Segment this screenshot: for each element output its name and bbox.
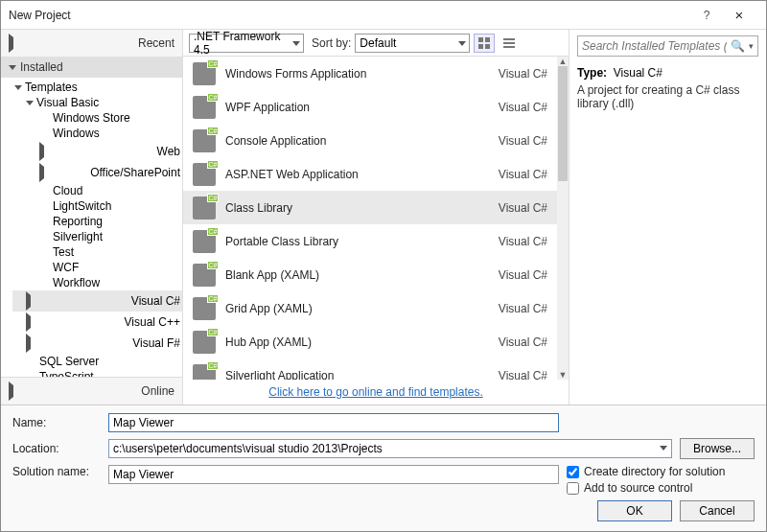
sortby-dropdown[interactable]: Default: [355, 34, 470, 53]
help-button[interactable]: ?: [693, 9, 720, 22]
template-item[interactable]: C#Silverlight ApplicationVisual C#: [183, 359, 557, 380]
template-name: Console Application: [225, 134, 489, 148]
template-name: WPF Application: [225, 101, 489, 114]
tree-vb-child[interactable]: Web: [12, 141, 182, 162]
tree-vb-child[interactable]: Reporting: [12, 214, 182, 229]
nav-installed-label: Installed: [20, 60, 63, 74]
cancel-button[interactable]: Cancel: [680, 500, 755, 521]
search-box[interactable]: 🔍 ▾: [577, 35, 758, 57]
title-bar: New Project ? ×: [1, 1, 766, 30]
tree-sql-server[interactable]: SQL Server: [12, 354, 182, 369]
tree-vb-child[interactable]: LightSwitch: [12, 198, 182, 214]
tree-vb-child[interactable]: Silverlight: [12, 229, 182, 244]
location-row: Location: Browse...: [12, 438, 755, 459]
location-input[interactable]: [108, 439, 672, 458]
tree-vb-child[interactable]: Test: [12, 244, 182, 260]
scroll-up-icon[interactable]: ▲: [557, 57, 569, 66]
csharp-badge-icon: C#: [207, 127, 219, 135]
window-title: New Project: [9, 9, 693, 22]
template-item[interactable]: C#Hub App (XAML)Visual C#: [183, 325, 557, 359]
tree-vb-child[interactable]: Cloud: [12, 183, 182, 198]
solution-row: Solution name: Create directory for solu…: [12, 465, 755, 495]
list-lines-icon: [502, 36, 516, 50]
create-dir-checkbox-label[interactable]: Create directory for solution: [567, 465, 725, 478]
go-online-link-row: Click here to go online and find templat…: [183, 380, 569, 405]
main-area: Recent Installed Templates Visual Basic …: [1, 30, 766, 405]
search-input[interactable]: [578, 39, 731, 53]
template-language: Visual C#: [499, 201, 547, 215]
tree-vb-child[interactable]: Workflow: [12, 275, 182, 290]
template-item[interactable]: C#WPF ApplicationVisual C#: [183, 90, 557, 124]
nav-installed[interactable]: Installed: [1, 57, 182, 78]
tree-vb-child[interactable]: Windows: [12, 126, 182, 141]
scroll-down-icon[interactable]: ▼: [557, 370, 569, 380]
template-icon: C#: [193, 62, 216, 85]
type-row: Type: Visual C#: [577, 66, 758, 80]
template-item[interactable]: C#Blank App (XAML)Visual C#: [183, 258, 557, 291]
scroll-thumb[interactable]: [558, 66, 568, 181]
chevron-right-icon: [39, 142, 154, 161]
template-icon: C#: [193, 264, 216, 287]
csharp-badge-icon: C#: [207, 328, 219, 336]
csharp-badge-icon: C#: [207, 294, 219, 303]
template-language: Visual C#: [499, 235, 547, 248]
go-online-link[interactable]: Click here to go online and find templat…: [268, 385, 482, 399]
ok-button[interactable]: OK: [597, 500, 672, 521]
tree-visual-fsharp[interactable]: Visual F#: [12, 333, 182, 354]
nav-online[interactable]: Online: [1, 377, 182, 405]
solution-input[interactable]: [108, 465, 559, 484]
templates-panel: .NET Framework 4.5 Sort by: Default C#Wi…: [183, 30, 569, 405]
search-icon[interactable]: 🔍: [731, 39, 745, 53]
tree-label: Office/SharePoint: [90, 166, 180, 179]
template-item[interactable]: C#Class LibraryVisual C#: [183, 191, 557, 224]
template-name: Portable Class Library: [225, 235, 489, 248]
tree-label: LightSwitch: [53, 199, 111, 213]
tree-label: Visual C#: [131, 294, 180, 308]
view-small-icons-button[interactable]: [499, 34, 520, 53]
view-medium-icons-button[interactable]: [474, 34, 495, 53]
name-input[interactable]: [108, 413, 559, 432]
tree-vb-child[interactable]: Office/SharePoint: [12, 162, 182, 183]
bottom-form: Name: Location: Browse... Solution name:…: [1, 405, 766, 531]
tree-visual-basic[interactable]: Visual Basic: [12, 95, 182, 110]
close-button[interactable]: ×: [720, 7, 758, 23]
template-item[interactable]: C#ASP.NET Web ApplicationVisual C#: [183, 157, 557, 191]
csharp-badge-icon: C#: [207, 59, 219, 68]
location-dropdown[interactable]: [108, 439, 672, 458]
tree-typescript[interactable]: TypeScript: [12, 369, 182, 377]
create-dir-checkbox[interactable]: [567, 466, 579, 478]
search-dropdown-icon[interactable]: ▾: [745, 41, 757, 51]
tree-vb-child[interactable]: WCF: [12, 260, 182, 275]
template-language: Visual C#: [499, 302, 547, 315]
csharp-badge-icon: C#: [207, 227, 219, 236]
tree-visual-csharp[interactable]: Visual C#: [12, 290, 182, 312]
tree-vb-child[interactable]: Windows Store: [12, 110, 182, 126]
nav-recent[interactable]: Recent: [1, 30, 182, 57]
template-name: Class Library: [225, 201, 489, 215]
template-icon: C#: [193, 230, 216, 253]
nav-recent-label: Recent: [138, 36, 174, 50]
template-scrollbar[interactable]: ▲ ▼: [557, 57, 569, 380]
template-item[interactable]: C#Console ApplicationVisual C#: [183, 124, 557, 157]
add-source-checkbox-label[interactable]: Add to source control: [567, 481, 725, 495]
right-panel: 🔍 ▾ Type: Visual C# A project for creati…: [569, 30, 766, 405]
add-source-checkbox[interactable]: [567, 482, 579, 495]
create-dir-text: Create directory for solution: [584, 465, 725, 478]
svg-rect-4: [503, 38, 515, 40]
tree-visual-cpp[interactable]: Visual C++: [12, 312, 182, 333]
svg-rect-6: [503, 46, 515, 48]
dialog-buttons: OK Cancel: [12, 500, 755, 521]
template-name: Windows Forms Application: [225, 67, 489, 81]
grid-icons-icon: [477, 36, 491, 50]
tree-label: TypeScript: [39, 370, 94, 377]
browse-button[interactable]: Browse...: [680, 438, 755, 459]
add-source-text: Add to source control: [584, 481, 692, 495]
template-item[interactable]: C#Portable Class LibraryVisual C#: [183, 224, 557, 258]
template-item[interactable]: C#Windows Forms ApplicationVisual C#: [183, 57, 557, 90]
tree-templates[interactable]: Templates: [12, 80, 182, 95]
tree-label: Visual C++: [125, 315, 180, 329]
tree-label: WCF: [53, 261, 79, 274]
chevron-down-icon: [26, 101, 34, 105]
template-item[interactable]: C#Grid App (XAML)Visual C#: [183, 291, 557, 325]
framework-dropdown[interactable]: .NET Framework 4.5: [189, 34, 304, 53]
